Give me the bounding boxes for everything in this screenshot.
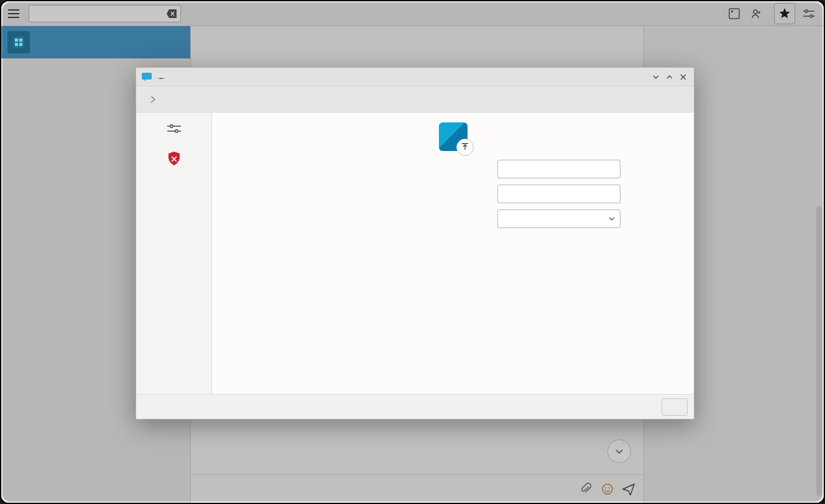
attach-icon[interactable]	[580, 483, 592, 495]
svg-point-12	[609, 487, 610, 488]
favorite-button[interactable]	[774, 3, 795, 24]
scroll-to-bottom-button[interactable]	[607, 439, 631, 463]
room-details-icon[interactable]	[723, 2, 745, 25]
invite-icon	[752, 9, 762, 19]
apply-button[interactable]	[661, 398, 688, 416]
svg-point-10	[602, 484, 612, 494]
app-icon	[140, 70, 154, 84]
svg-point-11	[605, 487, 606, 488]
clear-search-icon[interactable]	[167, 9, 177, 18]
breadcrumb	[136, 86, 694, 112]
svg-rect-6	[15, 39, 18, 42]
sliders-icon	[167, 124, 181, 134]
svg-rect-8	[15, 43, 18, 46]
svg-point-14	[170, 125, 172, 127]
svg-rect-13	[142, 73, 152, 80]
close-icon[interactable]	[676, 70, 690, 84]
svg-point-4	[810, 15, 813, 17]
room-list-item[interactable]	[1, 26, 190, 58]
svg-rect-5	[13, 37, 24, 48]
chevron-down-icon	[609, 216, 615, 222]
member-count	[644, 53, 824, 61]
send-icon[interactable]	[622, 483, 635, 495]
svg-point-15	[175, 130, 177, 132]
invite-button[interactable]	[745, 3, 772, 24]
svg-rect-9	[19, 43, 22, 46]
svg-point-2	[754, 10, 757, 14]
svg-rect-0	[729, 9, 739, 19]
chevron-right-icon	[150, 95, 156, 104]
emoji-icon[interactable]	[601, 483, 614, 495]
svg-point-3	[805, 10, 808, 12]
tab-security[interactable]	[136, 145, 211, 177]
room-topic-input[interactable]	[497, 185, 620, 203]
maximize-icon[interactable]	[663, 70, 676, 84]
room-info-header	[644, 26, 824, 39]
shield-icon	[168, 151, 180, 166]
room-avatar-icon	[7, 31, 30, 53]
svg-rect-1	[731, 11, 733, 12]
search-input-wrapper[interactable]	[29, 5, 181, 22]
upload-avatar-button[interactable]	[456, 139, 474, 156]
canonical-alias-select[interactable]	[497, 209, 620, 228]
pin-icon[interactable]	[155, 70, 168, 84]
info-room-topic	[644, 42, 824, 53]
tab-general[interactable]	[136, 117, 211, 145]
settings-icon[interactable]	[798, 2, 820, 25]
member-scrollbar[interactable]	[816, 206, 822, 497]
minimize-icon[interactable]	[649, 70, 663, 84]
svg-rect-7	[19, 39, 22, 42]
hamburger-menu[interactable]	[1, 1, 26, 26]
room-name-input[interactable]	[497, 160, 620, 178]
